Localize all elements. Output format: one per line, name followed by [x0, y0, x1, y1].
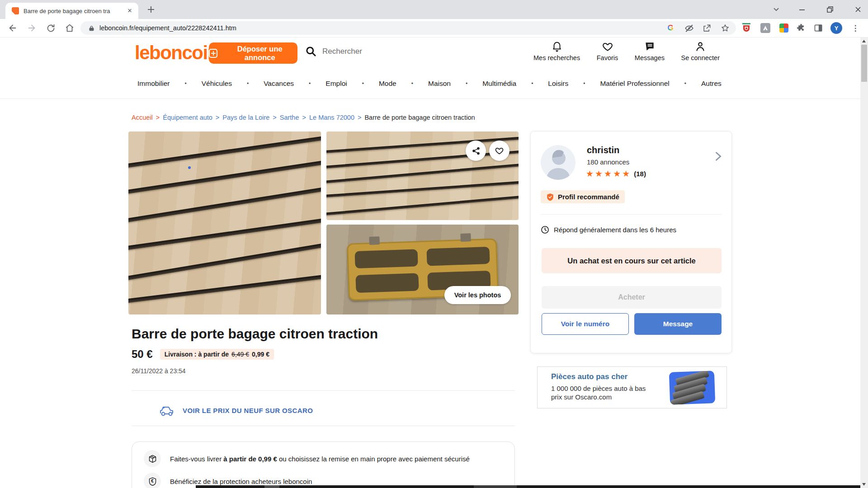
browser-profile-avatar[interactable]: Y	[830, 22, 842, 34]
nav-multimedia[interactable]: Multimédia	[482, 80, 516, 88]
back-button[interactable]	[7, 23, 18, 33]
rating-count: (18)	[634, 170, 646, 178]
message-button[interactable]: Message	[634, 313, 722, 335]
reload-button[interactable]	[45, 23, 56, 33]
eye-off-icon[interactable]	[684, 23, 694, 33]
nav-immobilier[interactable]: Immobilier	[137, 80, 170, 88]
star-icon: ★	[622, 169, 630, 179]
screen: Barre de porte bagage citroen tra ✕	[0, 0, 868, 488]
nav-separator: •	[466, 80, 467, 87]
extensions-puzzle-icon[interactable]	[796, 23, 807, 33]
shield-euro-icon: €	[144, 473, 161, 488]
seller-profile-chevron-icon[interactable]	[713, 150, 723, 165]
heart-icon	[495, 146, 504, 155]
ad-body: 1 000 000 de pièces auto à bas prix sur …	[551, 384, 646, 401]
shipping-old-price: 6,49 €	[231, 351, 249, 358]
nav-vehicules[interactable]: Véhicules	[202, 80, 232, 88]
nav-vacances[interactable]: Vacances	[264, 80, 294, 88]
forward-button[interactable]	[26, 23, 37, 33]
browser-menu-icon[interactable]: ⋮	[850, 23, 861, 33]
favorite-button[interactable]	[489, 141, 509, 161]
purchase-in-progress-notice: Un achat est en cours sur cet article	[542, 248, 722, 273]
thumbnail-photo-bars[interactable]	[326, 131, 519, 220]
breadcrumb-separator: >	[273, 114, 276, 121]
search-bar[interactable]: Rechercher	[305, 45, 362, 57]
scrollbar-thumb[interactable]	[861, 45, 867, 82]
view-photos-button[interactable]: Voir les photos	[444, 286, 511, 304]
nav-separator: •	[247, 80, 249, 87]
divider	[132, 426, 515, 426]
home-button[interactable]	[64, 23, 75, 33]
breadcrumb-home[interactable]: Accueil	[132, 114, 153, 121]
breadcrumb: Accueil > Équipement auto > Pays de la L…	[132, 114, 475, 121]
nav-materiel-professionnel[interactable]: Matériel Professionnel	[600, 80, 669, 88]
nav-separator: •	[531, 80, 533, 87]
browser-tab[interactable]: Barre de porte bagage citroen tra ✕	[5, 3, 138, 19]
menu-item-login[interactable]: Se connecter	[681, 41, 720, 61]
recommended-profile-badge: Profil recommandé	[541, 190, 625, 203]
star-icon: ★	[613, 169, 621, 179]
breadcrumb-le-mans[interactable]: Le Mans 72000	[309, 114, 354, 121]
leboncoin-logo[interactable]: leboncoin	[135, 42, 218, 64]
share-icon	[472, 146, 481, 155]
side-panel-icon[interactable]	[813, 23, 824, 33]
buy-button[interactable]: Acheter	[542, 286, 722, 309]
breadcrumb-separator: >	[358, 114, 361, 121]
oscaro-price-link[interactable]: VOIR LE PRIX DU NEUF SUR OSCARO	[158, 401, 313, 419]
window-restore-button[interactable]	[825, 4, 835, 15]
scroll-down-arrow[interactable]	[862, 483, 866, 486]
window-minimize-button[interactable]	[797, 4, 807, 15]
bookmark-star-icon[interactable]	[720, 23, 731, 33]
ad-image-brake-pads	[669, 371, 715, 404]
breadcrumb-sarthe[interactable]: Sarthe	[280, 114, 299, 121]
url-text: leboncoin.fr/equipement_auto/2228242411.…	[99, 24, 236, 32]
scroll-up-arrow[interactable]	[862, 40, 866, 42]
nav-autres[interactable]: Autres	[701, 80, 722, 88]
main-nav: Immobilier • Véhicules • Vacances • Empl…	[137, 80, 722, 88]
nav-loisirs[interactable]: Loisirs	[548, 80, 568, 88]
tab-close-icon[interactable]: ✕	[126, 7, 134, 15]
oscaro-ad-card[interactable]: Pièces auto pas cher 1 000 000 de pièces…	[537, 366, 727, 408]
car-icon	[158, 403, 175, 418]
menu-item-favorites[interactable]: Favoris	[597, 41, 618, 61]
browser-toolbar: leboncoin.fr/equipement_auto/2228242411.…	[0, 19, 868, 38]
page-scrollbar[interactable]	[860, 38, 868, 488]
plus-square-icon	[209, 49, 217, 58]
show-phone-button[interactable]: Voir le numéro	[542, 313, 629, 335]
share-button[interactable]	[466, 141, 486, 161]
nav-mode[interactable]: Mode	[379, 80, 396, 88]
deposit-ad-button[interactable]: Déposer une annonce	[209, 42, 297, 64]
seller-ads-count: 180 annonces	[587, 158, 629, 166]
breadcrumb-equipement-auto[interactable]: Équipement auto	[163, 114, 212, 121]
package-icon	[144, 450, 161, 467]
bottom-edge-bar	[196, 485, 860, 488]
breadcrumb-pays-de-la-loire[interactable]: Pays de la Loire	[222, 114, 269, 121]
nav-emploi[interactable]: Emploi	[326, 80, 347, 88]
nav-maison[interactable]: Maison	[428, 80, 451, 88]
google-icon[interactable]: G	[665, 23, 676, 33]
header-divider	[0, 99, 860, 99]
tab-search-chevron-icon[interactable]	[771, 4, 782, 15]
search-label: Rechercher	[322, 47, 362, 56]
extension-photos-icon[interactable]	[778, 23, 789, 33]
menu-item-saved-searches[interactable]: Mes recherches	[533, 41, 580, 61]
heart-icon	[602, 41, 613, 52]
menu-item-messages[interactable]: Messages	[635, 41, 665, 61]
extension-pdf-icon[interactable]	[760, 23, 771, 33]
share-page-icon[interactable]	[701, 23, 712, 33]
main-photo[interactable]	[128, 131, 321, 314]
breadcrumb-separator: >	[156, 114, 160, 121]
window-close-button[interactable]	[853, 4, 863, 15]
seller-avatar[interactable]	[541, 145, 576, 180]
nav-separator: •	[684, 80, 686, 87]
url-bar[interactable]: leboncoin.fr/equipement_auto/2228242411.…	[80, 21, 736, 35]
padlock-icon[interactable]	[86, 23, 97, 33]
seller-name[interactable]: christin	[587, 145, 619, 155]
seller-rating[interactable]: ★ ★ ★ ★ ★ (18)	[586, 169, 646, 179]
breadcrumb-current: Barre de porte bagage citroen traction	[364, 114, 475, 121]
photo-detail-dot	[188, 166, 191, 169]
tab-title: Barre de porte bagage citroen tra	[24, 8, 118, 14]
extension-shield-icon[interactable]	[741, 23, 752, 33]
new-tab-button[interactable]	[146, 5, 156, 14]
listing-date: 26/11/2022 à 23:54	[132, 367, 186, 375]
